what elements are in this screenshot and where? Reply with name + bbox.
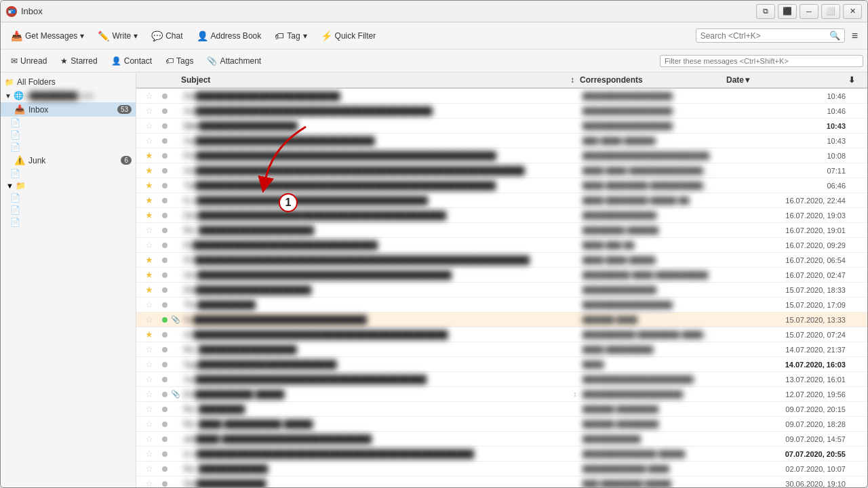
email-row[interactable]: ☆ 📎 So██████████████████████████████ ███… (136, 312, 867, 327)
filter-search-input[interactable] (665, 57, 859, 65)
star-cell[interactable]: ★ (139, 195, 159, 205)
filter-unread-button[interactable]: ✉ Unread (5, 54, 53, 68)
email-row[interactable]: ☆ In d██████████████████████████████████… (136, 447, 867, 462)
email-row[interactable]: ★ Pre███████████████████████████████████… (136, 148, 867, 163)
email-row[interactable]: ★ Die████████████████████ ██████████████… (136, 283, 867, 298)
date-cell: 07:11 (726, 167, 848, 175)
folder5-item[interactable]: 📄 (1, 192, 136, 204)
all-folders-header[interactable]: 📁 All Folders (1, 75, 136, 89)
extra-btn-2[interactable]: ⬛ (778, 4, 797, 19)
email-row[interactable]: ☆ Re: ████████████████████ ████████ ████… (136, 223, 867, 238)
email-row[interactable]: ☆ Und█████████████████ █████████████████… (136, 119, 867, 134)
folder7-item[interactable]: 📄 (1, 216, 136, 228)
email-row[interactable]: ☆ Aut███████████████████████████████ ███… (136, 134, 867, 148)
star-cell[interactable]: ★ (139, 285, 159, 295)
status-dot (162, 481, 167, 487)
star-cell[interactable]: ☆ (139, 404, 159, 414)
status-dot (162, 138, 167, 144)
email-row[interactable]: ☆ Ihr████████████████████████████████ ██… (136, 238, 867, 253)
write-button[interactable]: ✏️ Write ▾ (92, 27, 144, 45)
get-messages-button[interactable]: 📥 Get Messages ▾ (5, 27, 90, 45)
star-cell[interactable]: ☆ (139, 136, 159, 146)
filter-tags-button[interactable]: 🏷 Tags (159, 54, 199, 68)
search-input[interactable] (701, 31, 829, 41)
email-row[interactable]: ★ In d██████████████████████████████████… (136, 193, 867, 208)
star-cell[interactable]: ☆ (139, 389, 159, 399)
extra-btn-1[interactable]: ⧉ (756, 4, 775, 19)
app-window: 📬 Inbox ⧉ ⬛ ─ ⬜ ✕ 📥 Get Messages ▾ ✏️ Wr… (0, 0, 868, 488)
star-cell[interactable]: ★ (139, 255, 159, 265)
star-cell[interactable]: ★ (139, 270, 159, 280)
col-subject-header[interactable]: Subject (181, 75, 570, 85)
email-row[interactable]: ☆ Re: ████████ ██████ ████████ 09.07.202… (136, 402, 867, 417)
star-cell[interactable]: ☆ (139, 225, 159, 235)
folder3-item[interactable]: 📄 (1, 141, 136, 153)
folder2-item[interactable]: 📄 (1, 129, 136, 141)
filter-contact-button[interactable]: 👤 Contact (105, 54, 158, 68)
email-row[interactable]: ☆ akti████ ██████████████████████████ ██… (136, 432, 867, 447)
account-header[interactable]: ▼ 🌐 m█████████.com (1, 89, 136, 102)
email-row[interactable]: ☆ Del█████████████████████████ █████████… (136, 89, 867, 104)
email-row[interactable]: ☆ 📎 Ein██████████ █████ ↕ ██████████████… (136, 387, 867, 402)
star-cell[interactable]: ☆ (139, 240, 159, 250)
subfolder-section[interactable]: ▼ 📁 (1, 180, 136, 192)
email-row[interactable]: ☆ Aut███████████████████████████████████… (136, 372, 867, 387)
star-cell[interactable]: ☆ (139, 344, 159, 354)
minimize-button[interactable]: ─ (800, 4, 818, 19)
folder4-item[interactable]: 📄 (1, 167, 136, 180)
status-cell (159, 226, 170, 235)
inbox-item[interactable]: 📥 Inbox 53 (1, 102, 136, 117)
star-cell[interactable]: ☆ (139, 121, 159, 131)
star-cell[interactable]: ☆ (139, 464, 159, 474)
email-row[interactable]: ★ NY████████████████████████████████████… (136, 253, 867, 268)
star-cell[interactable]: ★ (139, 210, 159, 220)
email-row[interactable]: ☆ Re: █████████████████ ████ █████████ 1… (136, 342, 867, 357)
star-cell[interactable]: ☆ (139, 479, 159, 487)
email-row[interactable]: ★ Am████████████████████████████████████… (136, 163, 867, 178)
star-cell[interactable]: ☆ (139, 374, 159, 384)
correspondent-cell: █████████████████ (580, 92, 715, 100)
star-cell[interactable]: ☆ (139, 449, 159, 459)
star-cell[interactable]: ★ (139, 329, 159, 340)
email-row[interactable]: ★ Ans███████████████████████████████████… (136, 268, 867, 283)
email-row[interactable]: ★ Des███████████████████████████████████… (136, 208, 867, 223)
chat-button[interactable]: 💬 Chat (145, 27, 189, 45)
star-cell[interactable]: ★ (139, 165, 159, 176)
folder1-item[interactable]: 📄 (1, 117, 136, 129)
filter-attachment-button[interactable]: 📎 Attachment (201, 54, 267, 68)
star-cell[interactable]: ★ (139, 180, 159, 190)
star-cell[interactable]: ☆ (139, 419, 159, 429)
junk-item[interactable]: ⚠️ Junk 6 (1, 153, 136, 167)
star-cell[interactable]: ☆ (139, 359, 159, 369)
star-cell[interactable]: ☆ (139, 106, 159, 116)
filter-starred-button[interactable]: ★ Starred (54, 54, 103, 68)
menu-button[interactable]: ≡ (846, 27, 863, 45)
email-row[interactable]: ☆ Re: ████████████ ████████████ ████ 02.… (136, 462, 867, 476)
col-date-header[interactable]: Date ▾ (726, 75, 848, 85)
email-row[interactable]: ☆ Sag████████████████████████ ████ 14.07… (136, 357, 867, 372)
email-row[interactable]: ☆ Thu██████████ █████████████████ 15.07.… (136, 298, 867, 312)
email-row[interactable]: ★ Art███████████████████████████████████… (136, 327, 867, 342)
restore-button[interactable]: ⬜ (821, 4, 840, 19)
quick-filter-button[interactable]: ⚡ Quick Filter (315, 27, 382, 45)
star-cell[interactable]: ★ (139, 150, 159, 161)
status-dot (162, 183, 167, 188)
email-row[interactable]: ☆ Der████████████ ███ ████████ █████ 30.… (136, 476, 867, 487)
address-book-button[interactable]: 👤 Address Book (191, 27, 268, 45)
write-label: Write (112, 31, 131, 41)
star-cell[interactable]: ☆ (139, 434, 159, 444)
tags-label: Tags (176, 56, 193, 66)
star-cell[interactable]: ☆ (139, 300, 159, 310)
col-correspondents-header[interactable]: Correspondents (580, 75, 715, 85)
email-row[interactable]: ☆ Re: ████ ██████████ █████ ██████ █████… (136, 417, 867, 432)
star-cell[interactable]: ☆ (139, 91, 159, 101)
star-cell[interactable]: ☆ (139, 314, 159, 325)
status-dot (162, 302, 167, 308)
date-cell: 09.07.2020, 20:15 (726, 405, 848, 413)
email-row[interactable]: ☆ Aut███████████████████████████████████… (136, 104, 867, 119)
tag-button[interactable]: 🏷 Tag ▾ (269, 27, 313, 45)
email-list-body[interactable]: ☆ Del█████████████████████████ █████████… (136, 89, 867, 487)
email-row[interactable]: ★ Twi███████████████████████████████████… (136, 178, 867, 193)
close-button[interactable]: ✕ (843, 4, 862, 19)
folder6-item[interactable]: 📄 (1, 204, 136, 216)
